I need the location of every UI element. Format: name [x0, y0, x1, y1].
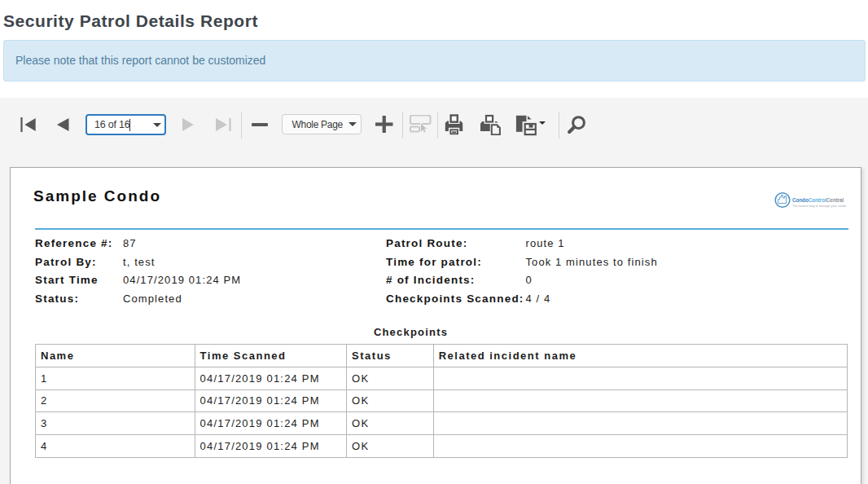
svg-text:The easiest way to manage your: The easiest way to manage your condo [792, 205, 846, 208]
svg-text:CondoControlCentral: CondoControlCentral [792, 197, 844, 203]
